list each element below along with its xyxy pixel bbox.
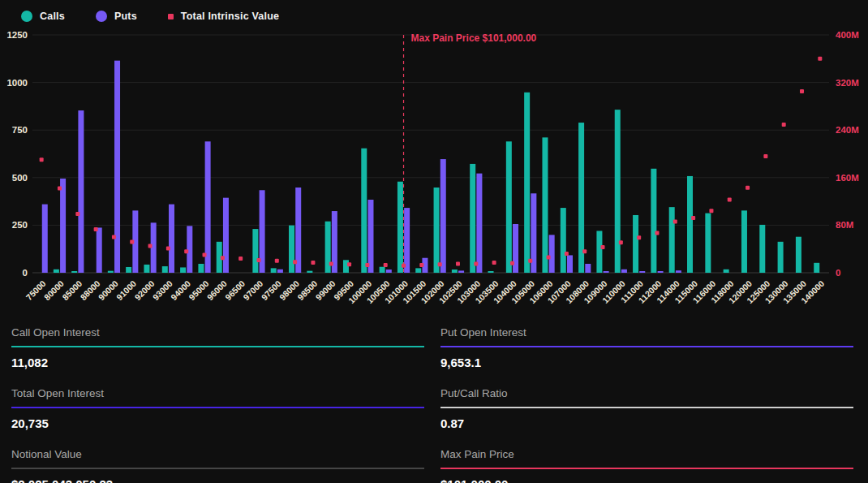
total-intrinsic-value-dot bbox=[763, 154, 767, 158]
puts-bar bbox=[440, 159, 446, 273]
y-axis-left-tick: 750 bbox=[12, 125, 28, 135]
calls-bar bbox=[669, 207, 675, 273]
total-intrinsic-value-dot bbox=[438, 262, 442, 266]
puts-bar bbox=[277, 270, 283, 273]
calls-bar bbox=[705, 213, 711, 273]
stat-label: Call Open Interest bbox=[11, 321, 424, 346]
total-intrinsic-value-dot bbox=[818, 57, 822, 61]
calls-bar bbox=[434, 188, 440, 273]
calls-bar bbox=[615, 110, 621, 273]
puts-bar bbox=[78, 110, 84, 273]
total-intrinsic-value-dot bbox=[184, 249, 188, 253]
total-intrinsic-value-dot bbox=[40, 157, 44, 162]
total-intrinsic-value-dot bbox=[728, 197, 732, 201]
total-intrinsic-value-dot bbox=[456, 262, 460, 266]
total-intrinsic-value-dot bbox=[58, 186, 62, 190]
calls-bar bbox=[252, 229, 258, 273]
total-intrinsic-value-dot bbox=[492, 261, 496, 265]
x-axis-tick: 96500 bbox=[223, 278, 247, 302]
total-intrinsic-value-dot bbox=[565, 252, 569, 256]
calls-bar bbox=[289, 226, 294, 273]
calls-bar bbox=[108, 271, 114, 273]
calls-bar bbox=[796, 237, 801, 273]
y-axis-right-tick: 80M bbox=[836, 220, 853, 230]
calls-bar bbox=[271, 268, 277, 273]
puts-bar bbox=[639, 271, 645, 273]
total-intrinsic-value-swatch-icon bbox=[168, 14, 174, 19]
puts-bar bbox=[223, 198, 229, 273]
puts-bar bbox=[621, 270, 627, 273]
calls-bar bbox=[814, 263, 819, 273]
puts-bar bbox=[458, 270, 464, 273]
legend-item-puts[interactable]: Puts bbox=[96, 11, 137, 22]
legend-item-calls[interactable]: Calls bbox=[21, 11, 65, 22]
y-axis-right-tick: 160M bbox=[836, 173, 859, 183]
puts-bar bbox=[404, 208, 410, 273]
x-axis-tick: 85000 bbox=[60, 278, 84, 302]
puts-bar bbox=[295, 188, 301, 273]
total-intrinsic-value-dot bbox=[221, 256, 225, 260]
puts-bar bbox=[549, 235, 555, 273]
stat-value: 9,653.1 bbox=[440, 347, 853, 371]
stat-value: $2,025,043,050.23 bbox=[11, 469, 424, 483]
x-axis-tick: 80000 bbox=[42, 278, 66, 302]
calls-bar bbox=[778, 242, 784, 273]
puts-bar bbox=[476, 174, 482, 273]
puts-bar bbox=[97, 227, 102, 273]
puts-swatch-icon bbox=[96, 11, 107, 22]
total-intrinsic-value-dot bbox=[510, 261, 514, 265]
y-axis-right-tick: 400M bbox=[836, 30, 859, 40]
puts-bar bbox=[367, 200, 373, 273]
puts-bar bbox=[114, 61, 120, 273]
calls-bar bbox=[724, 270, 729, 273]
calls-bar bbox=[397, 182, 403, 273]
y-axis-left-tick: 0 bbox=[23, 268, 28, 278]
x-axis-tick: 98000 bbox=[277, 278, 301, 302]
total-intrinsic-value-dot bbox=[655, 231, 659, 235]
x-axis-tick: 93000 bbox=[151, 278, 174, 302]
calls-bar bbox=[71, 271, 77, 273]
total-intrinsic-value-dot bbox=[746, 186, 750, 190]
total-intrinsic-value-dot bbox=[75, 212, 79, 216]
calls-bar bbox=[180, 267, 186, 273]
x-axis-tick: 97500 bbox=[260, 278, 283, 302]
total-intrinsic-value-dot bbox=[256, 258, 260, 262]
total-intrinsic-value-dot bbox=[800, 89, 804, 93]
total-intrinsic-value-dot bbox=[709, 209, 713, 213]
stat-value: $101,000.00 bbox=[440, 469, 853, 483]
max-pain-annotation: Max Pain Price $101,000.00 bbox=[411, 32, 537, 44]
stat-put-call-ratio: Put/Call Ratio 0.87 bbox=[440, 382, 853, 432]
y-axis-right-tick: 0 bbox=[836, 268, 840, 278]
x-axis-tick: 90000 bbox=[97, 278, 120, 302]
total-intrinsic-value-dot bbox=[203, 253, 207, 257]
puts-bar bbox=[567, 255, 573, 273]
total-intrinsic-value-dot bbox=[238, 257, 243, 261]
x-axis-tick: 99000 bbox=[314, 278, 337, 302]
puts-bar bbox=[60, 179, 66, 273]
total-intrinsic-value-dot bbox=[94, 227, 98, 231]
total-intrinsic-value-dot bbox=[112, 235, 116, 239]
x-axis-tick: 98500 bbox=[295, 278, 319, 302]
total-intrinsic-value-dot bbox=[691, 216, 695, 220]
total-intrinsic-value-dot bbox=[384, 263, 388, 267]
stat-max-pain-price: Max Pain Price $101,000.00 bbox=[440, 442, 853, 483]
stat-label: Notional Value bbox=[11, 442, 424, 468]
stat-value: 11,082 bbox=[11, 347, 424, 371]
total-intrinsic-value-dot bbox=[148, 244, 153, 248]
y-axis-right-tick: 240M bbox=[836, 125, 859, 135]
x-axis-tick: 96000 bbox=[205, 278, 229, 302]
calls-bar bbox=[488, 271, 494, 273]
x-axis-tick: 75000 bbox=[24, 278, 47, 302]
calls-bar bbox=[198, 264, 204, 273]
calls-bar bbox=[307, 271, 312, 273]
legend-item-total-intrinsic-value[interactable]: Total Intrinsic Value bbox=[168, 11, 279, 22]
chart-legend: Calls Puts Total Intrinsic Value bbox=[0, 0, 868, 25]
stat-label: Put/Call Ratio bbox=[440, 382, 853, 407]
legend-label-calls: Calls bbox=[40, 11, 65, 22]
y-axis-left-tick: 1250 bbox=[6, 30, 28, 40]
stat-label: Total Open Interest bbox=[11, 382, 424, 407]
y-axis-left-tick: 250 bbox=[12, 220, 28, 230]
stat-label: Put Open Interest bbox=[440, 321, 853, 346]
x-axis-tick: 88000 bbox=[78, 278, 101, 302]
calls-bar bbox=[452, 270, 458, 273]
